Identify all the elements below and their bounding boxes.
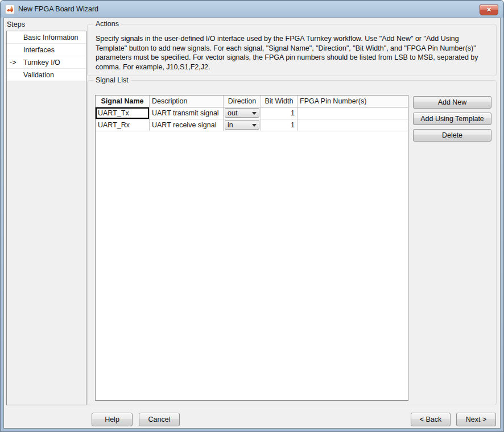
column-header-direction[interactable]: Direction <box>224 95 261 107</box>
direction-select[interactable]: out <box>225 108 259 118</box>
description-cell[interactable]: UART receive signal <box>150 119 224 131</box>
fpga-pins-cell[interactable] <box>298 107 408 119</box>
step-item-validation[interactable]: Validation <box>7 69 86 81</box>
add-new-button[interactable]: Add New <box>413 96 491 109</box>
signal-name-cell[interactable]: UART_Rx <box>96 119 150 131</box>
title-bar[interactable]: New FPGA Board Wizard ✕ <box>1 1 503 18</box>
steps-heading: Steps <box>7 20 25 28</box>
actions-heading: Actions <box>93 20 121 28</box>
chevron-down-icon <box>252 124 257 127</box>
add-using-template-button[interactable]: Add Using Template <box>413 113 491 125</box>
column-header-bit-width[interactable]: Bit Width <box>261 95 298 107</box>
fpga-pins-cell[interactable] <box>298 119 408 131</box>
delete-button[interactable]: Delete <box>413 129 491 142</box>
direction-cell: out <box>224 107 261 119</box>
step-label: Interfaces <box>23 46 55 54</box>
bit-width-cell[interactable]: 1 <box>261 107 298 119</box>
column-header-fpga-pins[interactable]: FPGA Pin Number(s) <box>298 95 408 107</box>
chevron-down-icon <box>252 112 257 115</box>
direction-cell: in <box>224 119 261 131</box>
step-item-turnkey-io[interactable]: -> Turnkey I/O <box>7 56 86 69</box>
column-header-description[interactable]: Description <box>150 95 224 107</box>
back-button[interactable]: < Back <box>411 413 451 426</box>
close-button[interactable]: ✕ <box>480 5 498 15</box>
direction-select[interactable]: in <box>225 120 259 130</box>
signal-list-groupbox: Signal List Signal Name Description Dire… <box>87 80 497 405</box>
column-header-signal-name[interactable]: Signal Name <box>96 95 150 107</box>
signal-table-header: Signal Name Description Direction Bit Wi… <box>96 95 408 107</box>
step-item-basic-information[interactable]: Basic Information <box>7 31 86 44</box>
current-step-marker: -> <box>10 56 22 69</box>
step-label: Basic Information <box>23 34 79 41</box>
actions-description: Specify signals in the user-defined I/O … <box>96 34 490 72</box>
table-row: UART_Tx UART transmit signal out 1 <box>96 107 408 119</box>
signal-list-heading: Signal List <box>93 76 131 85</box>
table-row: UART_Rx UART receive signal in 1 <box>96 119 408 131</box>
help-button[interactable]: Help <box>92 413 133 426</box>
signal-table: Signal Name Description Direction Bit Wi… <box>95 95 408 401</box>
bit-width-cell[interactable]: 1 <box>261 119 298 131</box>
step-label: Turnkey I/O <box>23 59 60 67</box>
step-label: Validation <box>23 71 54 79</box>
direction-value: in <box>228 121 233 129</box>
signal-name-cell[interactable]: UART_Tx <box>96 107 150 119</box>
steps-list: Basic Information Interfaces -> Turnkey … <box>6 31 86 405</box>
cancel-button[interactable]: Cancel <box>139 413 180 426</box>
dialog-client-area: Steps Basic Information Interfaces -> Tu… <box>3 18 501 429</box>
next-button[interactable]: Next > <box>456 413 496 426</box>
description-cell[interactable]: UART transmit signal <box>150 107 224 119</box>
matlab-icon <box>5 5 15 14</box>
wizard-window: New FPGA Board Wizard ✕ Steps Basic Info… <box>0 0 504 432</box>
step-item-interfaces[interactable]: Interfaces <box>7 44 86 56</box>
actions-groupbox: Actions Specify signals in the user-defi… <box>87 24 497 76</box>
window-title: New FPGA Board Wizard <box>18 5 98 13</box>
direction-value: out <box>228 109 237 117</box>
